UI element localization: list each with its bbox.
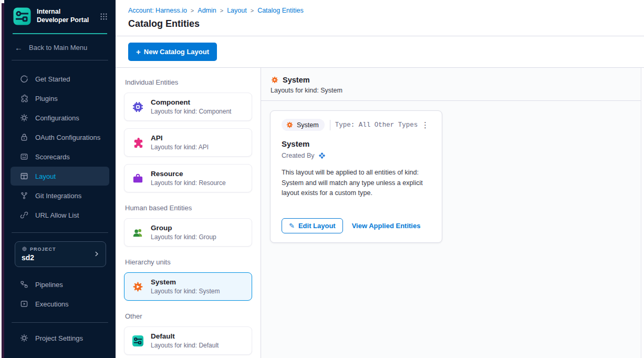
sidebar-item-label: URL Allow List bbox=[35, 211, 79, 219]
entity-list-panel: Individual Entities Component Layouts fo… bbox=[116, 68, 261, 358]
sidebar-item-configurations[interactable]: Configurations bbox=[11, 108, 109, 127]
entity-name: Component bbox=[151, 98, 231, 106]
toolbar: + New Catalog Layout bbox=[116, 36, 644, 68]
sidebar-item-label: Configurations bbox=[35, 114, 79, 122]
back-to-main-menu[interactable]: ← Back to Main Menu bbox=[4, 34, 116, 60]
lock-icon bbox=[20, 133, 28, 141]
configurations-icon bbox=[20, 114, 28, 122]
apps-grid-icon[interactable] bbox=[99, 12, 108, 21]
sidebar: Internal Developer Portal ← Back to Main… bbox=[4, 0, 116, 358]
sidebar-item-label: Executions bbox=[35, 300, 69, 308]
entity-sub: Layouts for kind: Group bbox=[151, 233, 216, 241]
view-applied-entities-link[interactable]: View Applied Entities bbox=[352, 222, 421, 230]
sidebar-item-git-integrations[interactable]: Git Integrations bbox=[11, 186, 109, 205]
entity-card-group[interactable]: Group Layouts for kind: Group bbox=[124, 218, 252, 247]
system-gear-icon bbox=[132, 281, 144, 293]
entity-card-resource[interactable]: Resource Layouts for kind: Resource bbox=[124, 164, 252, 192]
breadcrumb-account[interactable]: Account: Harness.io bbox=[128, 7, 187, 14]
scorecards-icon bbox=[20, 152, 28, 161]
created-by-label: Created By bbox=[282, 152, 315, 159]
new-catalog-layout-label: New Catalog Layout bbox=[144, 48, 209, 56]
project-icon bbox=[22, 246, 27, 252]
sidebar-item-label: Project Settings bbox=[35, 334, 83, 342]
entity-card-default[interactable]: Default Layouts for kind: Default bbox=[124, 326, 252, 355]
layout-name: System bbox=[282, 139, 431, 148]
resource-icon bbox=[132, 172, 144, 185]
new-catalog-layout-button[interactable]: + New Catalog Layout bbox=[128, 43, 217, 61]
breadcrumb-admin[interactable]: Admin bbox=[198, 7, 216, 14]
breadcrumb: Account: Harness.io > Admin > Layout > C… bbox=[128, 7, 631, 14]
sidebar-item-url-allow-list[interactable]: URL Allow List bbox=[11, 206, 109, 224]
group-icon bbox=[132, 227, 144, 239]
detail-subtitle: Layouts for kind: System bbox=[271, 87, 631, 94]
sidebar-item-label: Pipelines bbox=[35, 281, 63, 289]
settings-gear-icon bbox=[20, 334, 28, 342]
entity-sub: Layouts for kind: API bbox=[151, 144, 209, 151]
page-header: Account: Harness.io > Admin > Layout > C… bbox=[116, 0, 644, 36]
entity-card-system[interactable]: System Layouts for kind: System bbox=[124, 272, 252, 301]
back-arrow-icon: ← bbox=[15, 43, 23, 52]
section-label-human: Human based Entities bbox=[125, 204, 252, 212]
sidebar-item-layout[interactable]: Layout bbox=[11, 167, 109, 186]
plus-icon: + bbox=[136, 47, 141, 56]
component-icon bbox=[132, 101, 144, 113]
section-label-hierarchy: Hierarchy units bbox=[125, 258, 252, 266]
back-label: Back to Main Menu bbox=[29, 44, 87, 52]
sidebar-item-label: Plugins bbox=[35, 95, 58, 103]
project-selector[interactable]: PROJECT sd2 bbox=[15, 241, 106, 267]
entity-card-api[interactable]: API Layouts for kind: API bbox=[124, 128, 252, 157]
entity-name: System bbox=[151, 278, 220, 286]
sidebar-item-scorecards[interactable]: Scorecards bbox=[11, 147, 109, 166]
system-gear-icon bbox=[286, 121, 294, 129]
window-edge bbox=[0, 0, 4, 358]
breadcrumb-separator: > bbox=[191, 7, 194, 14]
section-label-individual: Individual Entities bbox=[125, 78, 252, 86]
entity-sub: Layouts for kind: Resource bbox=[151, 179, 226, 187]
breadcrumb-catalog-entities[interactable]: Catalog Entities bbox=[257, 7, 304, 14]
breadcrumb-layout[interactable]: Layout bbox=[227, 7, 247, 14]
page-title: Catalog Entities bbox=[128, 18, 631, 29]
system-gear-icon bbox=[271, 76, 279, 84]
sidebar-item-plugins[interactable]: Plugins bbox=[11, 89, 109, 108]
git-branch-icon bbox=[20, 191, 28, 200]
project-name: sd2 bbox=[22, 253, 93, 262]
layout-icon bbox=[20, 172, 28, 180]
entity-sub: Layouts for kind: Default bbox=[151, 342, 219, 349]
entity-sub: Layouts for kind: System bbox=[151, 288, 220, 295]
scrollbar[interactable] bbox=[641, 68, 644, 358]
section-label-other: Other bbox=[125, 312, 252, 320]
detail-title: System bbox=[283, 76, 310, 84]
type-label: Type: All Other Types bbox=[335, 121, 418, 129]
layout-card: System Type: All Other Types ⋮ System Cr… bbox=[270, 110, 442, 243]
sidebar-item-get-started[interactable]: Get Started bbox=[11, 69, 109, 88]
content: Individual Entities Component Layouts fo… bbox=[116, 68, 644, 358]
entity-card-component[interactable]: Component Layouts for kind: Component bbox=[124, 93, 252, 121]
pencil-icon: ✎ bbox=[289, 222, 295, 230]
entity-name: Group bbox=[151, 224, 216, 232]
get-started-icon bbox=[20, 75, 28, 83]
kind-chip-label: System bbox=[297, 121, 319, 129]
api-icon bbox=[132, 137, 144, 149]
more-menu-icon[interactable]: ⋮ bbox=[419, 120, 431, 130]
link-icon bbox=[20, 211, 28, 219]
sidebar-item-label: Git Integrations bbox=[35, 192, 81, 200]
sidebar-item-project-settings[interactable]: Project Settings bbox=[11, 329, 109, 347]
sidebar-item-label: Get Started bbox=[35, 75, 70, 83]
breadcrumb-separator: > bbox=[251, 7, 254, 14]
divider bbox=[12, 232, 108, 233]
detail-header: System Layouts for kind: System bbox=[261, 68, 644, 101]
entity-name: Default bbox=[151, 332, 219, 340]
layout-description: This layout will be applied to all entit… bbox=[282, 168, 431, 199]
sidebar-item-oauth-configurations[interactable]: OAuth Configurations bbox=[11, 128, 109, 147]
sidebar-nav: Get Started Plugins Configurations OAuth… bbox=[4, 60, 116, 225]
breadcrumb-separator: > bbox=[220, 7, 223, 14]
sidebar-item-executions[interactable]: Executions bbox=[11, 294, 109, 313]
edit-layout-button[interactable]: ✎ Edit Layout bbox=[282, 218, 343, 233]
app-logo-icon bbox=[13, 7, 32, 26]
project-label: PROJECT bbox=[30, 247, 56, 252]
created-by-icon bbox=[318, 151, 326, 160]
pipelines-icon bbox=[20, 280, 28, 289]
sidebar-item-pipelines[interactable]: Pipelines bbox=[11, 275, 109, 294]
app-title: Internal Developer Portal bbox=[37, 8, 94, 24]
chevron-right-icon bbox=[93, 250, 100, 258]
